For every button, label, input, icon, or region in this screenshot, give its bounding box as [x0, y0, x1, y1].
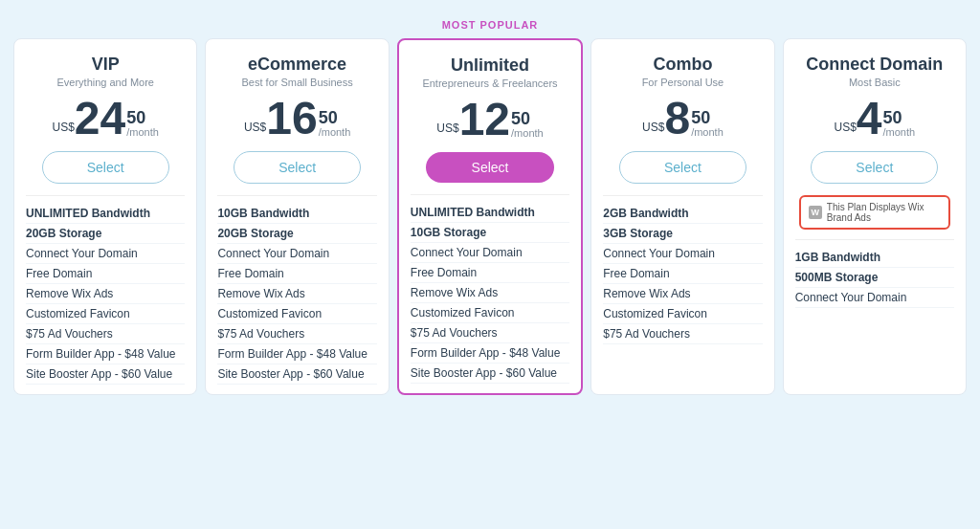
plan-features-connect-domain: 1GB Bandwidth500MB StorageConnect Your D…: [795, 239, 954, 308]
feature-item: Free Domain: [217, 264, 376, 284]
price-currency-connect-domain: US$: [834, 121, 856, 134]
plan-name-unlimited: Unlimited: [451, 55, 529, 76]
price-cents-vip: 50: [126, 109, 159, 126]
price-cents-month-combo: 50/month: [691, 109, 724, 138]
price-month-vip: /month: [126, 126, 159, 138]
feature-item: Connect Your Domain: [603, 244, 762, 264]
plan-price-connect-domain: US$450/month: [834, 96, 915, 142]
plan-price-unlimited: US$1250/month: [436, 97, 543, 143]
plan-card-connect-domain: Connect DomainMost BasicUS$450/monthSele…: [783, 38, 967, 395]
price-amount-connect-domain: 4: [857, 96, 882, 142]
plan-price-vip: US$2450/month: [53, 96, 159, 142]
feature-item: Customized Favicon: [603, 304, 762, 324]
feature-item: Connect Your Domain: [217, 244, 376, 264]
wix-ads-icon: W: [809, 206, 822, 219]
plan-subtitle-connect-domain: Most Basic: [849, 77, 901, 88]
wix-ads-text: This Plan Displays Wix Brand Ads: [827, 202, 941, 223]
feature-item: Customized Favicon: [411, 303, 569, 323]
price-amount-vip: 24: [75, 96, 125, 142]
select-button-connect-domain[interactable]: Select: [811, 151, 938, 184]
plan-card-combo: ComboFor Personal UseUS$850/monthSelect2…: [590, 38, 774, 395]
feature-item: 1GB Bandwidth: [795, 248, 954, 268]
plan-name-connect-domain: Connect Domain: [806, 55, 943, 75]
feature-item: UNLIMITED Bandwidth: [26, 204, 185, 224]
price-cents-month-vip: 50/month: [126, 109, 159, 138]
plan-features-ecommerce: 10GB Bandwidth20GB StorageConnect Your D…: [217, 195, 376, 385]
plan-subtitle-combo: For Personal Use: [642, 77, 724, 88]
plans-wrapper: VIPEverything and MoreUS$2450/monthSelec…: [10, 10, 970, 395]
plan-features-combo: 2GB Bandwidth3GB StorageConnect Your Dom…: [603, 195, 762, 344]
feature-item: 2GB Bandwidth: [603, 204, 762, 224]
select-button-vip[interactable]: Select: [42, 151, 169, 184]
price-cents-combo: 50: [691, 109, 724, 126]
price-cents-month-unlimited: 50/month: [511, 110, 544, 139]
feature-item: Connect Your Domain: [26, 244, 185, 264]
plan-name-ecommerce: eCommerce: [248, 55, 346, 75]
price-amount-ecommerce: 16: [266, 96, 317, 142]
feature-item: $75 Ad Vouchers: [411, 323, 569, 343]
plan-price-combo: US$850/month: [642, 96, 724, 142]
feature-item: 20GB Storage: [26, 224, 185, 244]
price-month-unlimited: /month: [511, 127, 544, 139]
plan-name-vip: VIP: [92, 55, 120, 75]
plan-card-unlimited: MOST POPULARUnlimitedEntrepreneurs & Fre…: [397, 38, 583, 395]
feature-item: Site Booster App - $60 Value: [26, 364, 185, 385]
price-month-ecommerce: /month: [319, 126, 351, 138]
price-cents-ecommerce: 50: [319, 109, 351, 126]
price-cents-unlimited: 50: [511, 110, 544, 127]
feature-item: Free Domain: [411, 263, 569, 283]
plan-subtitle-unlimited: Entrepreneurs & Freelancers: [422, 77, 557, 89]
feature-item: 500MB Storage: [795, 268, 954, 288]
feature-item: $75 Ad Vouchers: [26, 324, 185, 344]
feature-item: Form Builder App - $48 Value: [411, 343, 569, 364]
feature-item: Free Domain: [26, 264, 185, 284]
feature-item: 20GB Storage: [217, 224, 376, 244]
plan-features-unlimited: UNLIMITED Bandwidth10GB StorageConnect Y…: [411, 194, 569, 384]
plan-features-vip: UNLIMITED Bandwidth20GB StorageConnect Y…: [26, 195, 185, 385]
feature-item: 10GB Storage: [411, 223, 569, 243]
feature-item: Remove Wix Ads: [411, 283, 569, 303]
feature-item: Form Builder App - $48 Value: [26, 344, 185, 364]
plan-card-vip: VIPEverything and MoreUS$2450/monthSelec…: [13, 38, 197, 395]
select-button-combo[interactable]: Select: [619, 151, 746, 184]
wix-ads-badge: WThis Plan Displays Wix Brand Ads: [799, 195, 950, 230]
most-popular-badge: MOST POPULAR: [442, 19, 539, 31]
plan-subtitle-ecommerce: Best for Small Business: [242, 77, 353, 88]
select-button-unlimited[interactable]: Select: [426, 152, 553, 183]
plan-card-ecommerce: eCommerceBest for Small BusinessUS$1650/…: [205, 38, 389, 395]
feature-item: Remove Wix Ads: [217, 284, 376, 304]
price-month-connect-domain: /month: [883, 126, 916, 138]
select-button-ecommerce[interactable]: Select: [234, 151, 361, 184]
price-currency-ecommerce: US$: [244, 121, 266, 134]
feature-item: Free Domain: [603, 264, 762, 284]
feature-item: $75 Ad Vouchers: [217, 324, 376, 344]
feature-item: Remove Wix Ads: [26, 284, 185, 304]
price-month-combo: /month: [691, 126, 724, 138]
feature-item: $75 Ad Vouchers: [603, 324, 762, 344]
price-cents-month-connect-domain: 50/month: [883, 109, 916, 138]
feature-item: Customized Favicon: [217, 304, 376, 324]
plans-container: VIPEverything and MoreUS$2450/monthSelec…: [10, 38, 970, 395]
feature-item: Connect Your Domain: [411, 243, 569, 263]
feature-item: Customized Favicon: [26, 304, 185, 324]
price-currency-unlimited: US$: [436, 121, 458, 135]
feature-item: Site Booster App - $60 Value: [217, 364, 376, 385]
price-cents-connect-domain: 50: [883, 109, 916, 126]
feature-item: Form Builder App - $48 Value: [217, 344, 376, 364]
plan-price-ecommerce: US$1650/month: [244, 96, 350, 142]
price-currency-combo: US$: [642, 121, 664, 134]
feature-item: Connect Your Domain: [795, 288, 954, 308]
feature-item: 10GB Bandwidth: [217, 204, 376, 224]
price-amount-unlimited: 12: [459, 97, 510, 143]
plan-subtitle-vip: Everything and More: [56, 77, 154, 88]
price-cents-month-ecommerce: 50/month: [319, 109, 351, 138]
plan-name-combo: Combo: [653, 55, 712, 75]
feature-item: UNLIMITED Bandwidth: [411, 203, 569, 223]
feature-item: Site Booster App - $60 Value: [411, 364, 569, 384]
feature-item: 3GB Storage: [603, 224, 762, 244]
price-amount-combo: 8: [664, 96, 690, 142]
feature-item: Remove Wix Ads: [603, 284, 762, 304]
price-currency-vip: US$: [53, 121, 75, 134]
